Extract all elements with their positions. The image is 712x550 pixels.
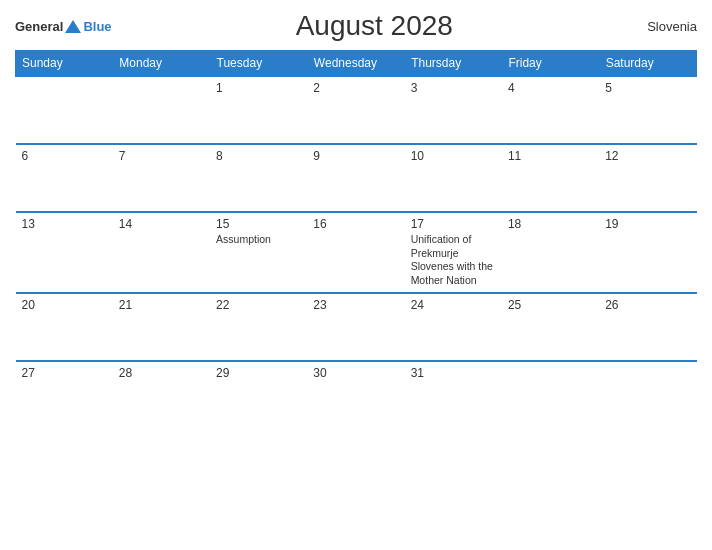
weekday-header-tuesday: Tuesday — [210, 51, 307, 77]
day-number: 9 — [313, 149, 398, 163]
holiday-label: Unification of Prekmurje Slovenes with t… — [411, 233, 496, 288]
day-number: 13 — [22, 217, 107, 231]
calendar-cell: 5 — [599, 76, 696, 144]
calendar-cell: 21 — [113, 293, 210, 361]
logo-triangle-icon — [65, 20, 81, 33]
calendar-cell: 23 — [307, 293, 404, 361]
day-number: 21 — [119, 298, 204, 312]
calendar-cell: 9 — [307, 144, 404, 212]
day-number: 8 — [216, 149, 301, 163]
calendar-cell: 19 — [599, 212, 696, 293]
weekday-header-thursday: Thursday — [405, 51, 502, 77]
day-number: 7 — [119, 149, 204, 163]
day-number: 6 — [22, 149, 107, 163]
day-number: 20 — [22, 298, 107, 312]
week-row-2: 6789101112 — [16, 144, 697, 212]
logo-general-text: General — [15, 19, 63, 34]
calendar-cell: 30 — [307, 361, 404, 429]
country-label: Slovenia — [637, 19, 697, 34]
day-number: 2 — [313, 81, 398, 95]
calendar-page: General Blue August 2028 Slovenia Sunday… — [0, 0, 712, 550]
calendar-cell — [16, 76, 113, 144]
day-number: 19 — [605, 217, 690, 231]
weekday-header-monday: Monday — [113, 51, 210, 77]
day-number: 12 — [605, 149, 690, 163]
calendar-cell: 22 — [210, 293, 307, 361]
calendar-cell: 12 — [599, 144, 696, 212]
day-number: 14 — [119, 217, 204, 231]
calendar-cell: 25 — [502, 293, 599, 361]
calendar-cell: 14 — [113, 212, 210, 293]
day-number: 26 — [605, 298, 690, 312]
calendar-cell: 7 — [113, 144, 210, 212]
calendar-cell: 2 — [307, 76, 404, 144]
calendar-cell: 3 — [405, 76, 502, 144]
calendar-cell: 8 — [210, 144, 307, 212]
calendar-cell: 16 — [307, 212, 404, 293]
day-number: 10 — [411, 149, 496, 163]
logo: General Blue — [15, 19, 112, 34]
calendar-cell: 18 — [502, 212, 599, 293]
week-row-1: 12345 — [16, 76, 697, 144]
weekday-header-saturday: Saturday — [599, 51, 696, 77]
calendar-cell: 6 — [16, 144, 113, 212]
day-number: 1 — [216, 81, 301, 95]
day-number: 4 — [508, 81, 593, 95]
calendar-cell: 31 — [405, 361, 502, 429]
calendar-cell: 13 — [16, 212, 113, 293]
day-number: 30 — [313, 366, 398, 380]
day-number: 24 — [411, 298, 496, 312]
day-number: 28 — [119, 366, 204, 380]
day-number: 27 — [22, 366, 107, 380]
calendar-cell — [502, 361, 599, 429]
calendar-cell: 24 — [405, 293, 502, 361]
day-number: 31 — [411, 366, 496, 380]
day-number: 16 — [313, 217, 398, 231]
weekday-header-friday: Friday — [502, 51, 599, 77]
calendar-title: August 2028 — [112, 10, 637, 42]
day-number: 15 — [216, 217, 301, 231]
calendar-cell: 10 — [405, 144, 502, 212]
weekday-header-row: SundayMondayTuesdayWednesdayThursdayFrid… — [16, 51, 697, 77]
day-number: 5 — [605, 81, 690, 95]
calendar-cell: 20 — [16, 293, 113, 361]
weekday-header-wednesday: Wednesday — [307, 51, 404, 77]
week-row-3: 131415Assumption1617Unification of Prekm… — [16, 212, 697, 293]
calendar-cell: 15Assumption — [210, 212, 307, 293]
day-number: 25 — [508, 298, 593, 312]
calendar-cell — [599, 361, 696, 429]
calendar-cell: 17Unification of Prekmurje Slovenes with… — [405, 212, 502, 293]
week-row-4: 20212223242526 — [16, 293, 697, 361]
calendar-cell: 4 — [502, 76, 599, 144]
day-number: 18 — [508, 217, 593, 231]
header: General Blue August 2028 Slovenia — [15, 10, 697, 42]
day-number: 23 — [313, 298, 398, 312]
calendar-cell: 11 — [502, 144, 599, 212]
day-number: 22 — [216, 298, 301, 312]
holiday-label: Assumption — [216, 233, 301, 247]
day-number: 11 — [508, 149, 593, 163]
day-number: 17 — [411, 217, 496, 231]
calendar-cell — [113, 76, 210, 144]
calendar-cell: 26 — [599, 293, 696, 361]
logo-blue-text: Blue — [83, 19, 111, 34]
day-number: 29 — [216, 366, 301, 380]
week-row-5: 2728293031 — [16, 361, 697, 429]
calendar-cell: 28 — [113, 361, 210, 429]
calendar-cell: 29 — [210, 361, 307, 429]
calendar-table: SundayMondayTuesdayWednesdayThursdayFrid… — [15, 50, 697, 429]
day-number: 3 — [411, 81, 496, 95]
calendar-cell: 1 — [210, 76, 307, 144]
weekday-header-sunday: Sunday — [16, 51, 113, 77]
calendar-cell: 27 — [16, 361, 113, 429]
